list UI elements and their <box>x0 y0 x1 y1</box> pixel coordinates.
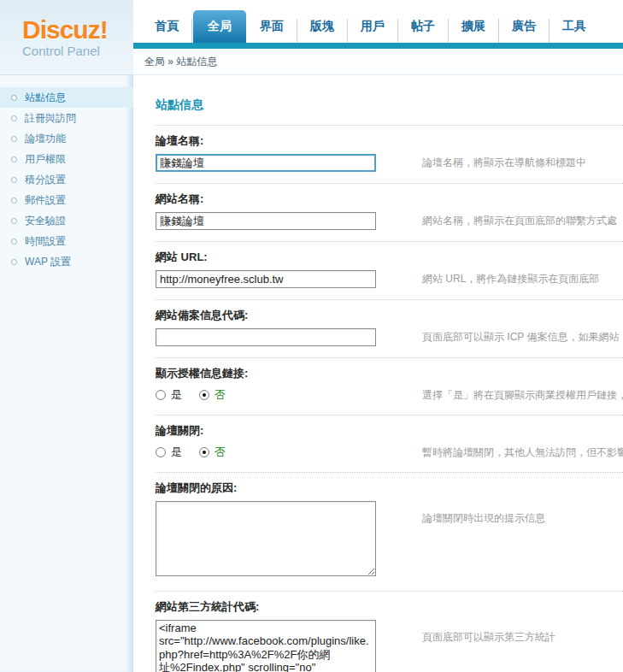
field-control <box>156 270 376 288</box>
bullet-icon <box>11 177 17 183</box>
bullet-icon <box>11 95 17 101</box>
forum-closed-radio-否[interactable]: 否 <box>199 445 226 460</box>
field-control <box>156 328 376 346</box>
field-control <box>156 154 376 172</box>
field-description: 論壇名稱，將顯示在導航條和標題中 <box>376 156 623 170</box>
sidebar-item-站點信息[interactable]: 站點信息 <box>0 87 133 108</box>
sidebar-item-label: 安全驗證 <box>25 214 66 228</box>
right-panel: 首頁全局界面版塊用戶帖子擴展廣告工具 全局 » 站點信息 站點信息 論壇名稱:論… <box>133 0 623 672</box>
form-row-site-name: 網站名稱:網站名稱，將顯示在頁面底部的聯繫方式處 <box>156 184 623 242</box>
breadcrumb: 全局 » 站點信息 <box>133 49 623 75</box>
field-control: 是否 <box>156 386 376 404</box>
third-party-stats-textarea[interactable] <box>156 620 376 672</box>
field-label: 網站第三方統計代碼: <box>156 599 623 615</box>
field-control <box>156 212 376 230</box>
sidebar-menu: 站點信息註冊與訪問論壇功能用戶權限積分設置郵件設置安全驗證時間設置WAP 設置 <box>0 75 133 272</box>
site-url-input[interactable] <box>156 270 376 288</box>
nav-tab-版塊[interactable]: 版塊 <box>297 19 348 43</box>
sidebar-item-label: 積分設置 <box>25 173 66 187</box>
radio-icon[interactable] <box>156 447 166 457</box>
sidebar-item-label: WAP 設置 <box>25 255 71 269</box>
radio-option-label: 是 <box>171 387 182 403</box>
logo-subtitle: Control Panel <box>22 44 133 58</box>
sidebar-item-label: 論壇功能 <box>25 132 66 146</box>
settings-form: 論壇名稱:論壇名稱，將顯示在導航條和標題中網站名稱:網站名稱，將顯示在頁面底部的… <box>156 126 623 672</box>
field-description: 論壇關閉時出現的提示信息 <box>376 501 623 526</box>
nav-tab-界面[interactable]: 界面 <box>247 19 297 43</box>
bullet-icon <box>11 259 17 265</box>
show-license-link-radio-否[interactable]: 否 <box>199 387 226 403</box>
nav-tab-首頁[interactable]: 首頁 <box>142 19 192 43</box>
field-description: 網站 URL，將作為鏈接顯示在頁面底部 <box>376 272 623 286</box>
sidebar-item-積分設置[interactable]: 積分設置 <box>0 169 133 190</box>
form-row-show-license-link: 顯示授權信息鏈接:是否選擇「是」將在頁腳顯示商業授權用戶鏈接， <box>156 358 623 416</box>
bullet-icon <box>11 136 17 142</box>
bullet-icon <box>11 115 17 121</box>
show-license-link-radio-是[interactable]: 是 <box>156 387 182 403</box>
form-row-forum-name: 論壇名稱:論壇名稱，將顯示在導航條和標題中 <box>156 126 623 184</box>
bullet-icon <box>11 239 17 245</box>
main-content: 站點信息 論壇名稱:論壇名稱，將顯示在導航條和標題中網站名稱:網站名稱，將顯示在… <box>133 75 623 672</box>
field-description: 選擇「是」將在頁腳顯示商業授權用戶鏈接， <box>376 388 623 403</box>
sidebar-item-時間設置[interactable]: 時間設置 <box>0 231 133 251</box>
nav-tab-用戶[interactable]: 用戶 <box>348 19 398 43</box>
close-reason-textarea[interactable] <box>156 501 376 576</box>
field-control <box>156 620 376 672</box>
nav-tab-全局[interactable]: 全局 <box>193 10 246 43</box>
logo-panel: Discuz! Control Panel <box>0 0 133 75</box>
radio-icon[interactable] <box>156 390 166 400</box>
field-description: 網站名稱，將顯示在頁面底部的聯繫方式處 <box>376 214 623 228</box>
forum-closed-radio-是[interactable]: 是 <box>156 445 182 460</box>
field-label: 論壇名稱: <box>156 133 623 149</box>
left-panel: Discuz! Control Panel 站點信息註冊與訪問論壇功能用戶權限積… <box>0 0 133 672</box>
form-row-site-url: 網站 URL:網站 URL，將作為鏈接顯示在頁面底部 <box>156 242 623 300</box>
field-label: 網站備案信息代碼: <box>156 308 623 323</box>
sidebar-item-label: 時間設置 <box>25 234 66 249</box>
field-label: 顯示授權信息鏈接: <box>156 366 623 381</box>
field-control <box>156 501 376 580</box>
field-label: 論壇關閉的原因: <box>156 480 623 496</box>
field-label: 論壇關閉: <box>156 423 623 439</box>
top-nav-tabs: 首頁全局界面版塊用戶帖子擴展廣告工具 <box>133 0 623 43</box>
sidebar-item-label: 註冊與訪問 <box>25 111 76 126</box>
radio-option-label: 否 <box>215 445 226 460</box>
site-name-input[interactable] <box>156 212 376 230</box>
nav-tab-帖子[interactable]: 帖子 <box>398 19 449 43</box>
sidebar-item-label: 站點信息 <box>25 91 66 105</box>
bullet-icon <box>11 197 17 203</box>
nav-tab-工具[interactable]: 工具 <box>550 19 599 43</box>
bullet-icon <box>11 218 17 224</box>
forum-name-input[interactable] <box>156 154 376 172</box>
sidebar-item-用戶權限[interactable]: 用戶權限 <box>0 149 133 169</box>
field-description: 頁面底部可以顯示 ICP 備案信息，如果網站 <box>376 330 623 345</box>
bullet-icon <box>11 156 17 162</box>
nav-tab-擴展[interactable]: 擴展 <box>449 19 499 43</box>
sidebar-item-註冊與訪問[interactable]: 註冊與訪問 <box>0 108 133 128</box>
radio-option-label: 否 <box>215 387 226 403</box>
form-row-forum-closed: 論壇關閉:是否暫時將論壇關閉，其他人無法訪問，但不影響 <box>156 416 623 473</box>
page-title: 站點信息 <box>156 97 623 113</box>
field-description: 暫時將論壇關閉，其他人無法訪問，但不影響 <box>376 445 623 460</box>
form-row-close-reason: 論壇關閉的原因:論壇關閉時出現的提示信息 <box>156 473 623 592</box>
nav-tab-廣告[interactable]: 廣告 <box>499 19 550 43</box>
radio-icon[interactable] <box>199 390 209 400</box>
sidebar-item-郵件設置[interactable]: 郵件設置 <box>0 190 133 210</box>
form-row-third-party-stats: 網站第三方統計代碼:頁面底部可以顯示第三方統計 <box>156 592 623 672</box>
accent-bar <box>133 43 623 49</box>
sidebar-item-安全驗證[interactable]: 安全驗證 <box>0 210 133 231</box>
window: Discuz! Control Panel 站點信息註冊與訪問論壇功能用戶權限積… <box>0 0 623 672</box>
sidebar-item-WAP 設置[interactable]: WAP 設置 <box>0 251 133 272</box>
field-label: 網站 URL: <box>156 250 623 265</box>
icp-code-input[interactable] <box>156 328 376 346</box>
field-label: 網站名稱: <box>156 192 623 207</box>
field-control: 是否 <box>156 444 376 461</box>
radio-option-label: 是 <box>171 445 182 460</box>
sidebar-item-label: 用戶權限 <box>25 152 66 167</box>
sidebar-item-論壇功能[interactable]: 論壇功能 <box>0 128 133 149</box>
radio-icon[interactable] <box>199 447 209 457</box>
discuz-logo: Discuz! <box>22 17 133 43</box>
sidebar-item-label: 郵件設置 <box>25 193 66 208</box>
field-description: 頁面底部可以顯示第三方統計 <box>376 620 623 645</box>
form-row-icp-code: 網站備案信息代碼:頁面底部可以顯示 ICP 備案信息，如果網站 <box>156 300 623 358</box>
